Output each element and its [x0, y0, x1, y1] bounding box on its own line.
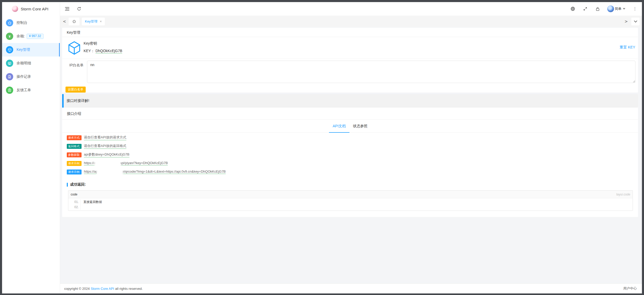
doc-row-url[interactable]: https://appi/qrcode/?img=1&dt=L&text=htt… [84, 169, 226, 174]
line-content [81, 205, 83, 210]
whitelist-form-row: IP白名单 nn [62, 59, 638, 83]
doc-row: 请求示例: https://appi/qrcode/?img=1&dt=L&te… [67, 169, 633, 174]
tab-api-doc[interactable]: API文档 [329, 120, 349, 132]
home-tab-button[interactable] [69, 18, 79, 25]
navbar-right: 简单 ⋮ [570, 5, 638, 12]
doc-row: 请求示例: https://aapi/yiyan/?key=DhQOkKcEjG… [67, 161, 633, 166]
cube-icon [67, 41, 81, 55]
user-menu[interactable]: 简单 [607, 5, 625, 12]
close-icon[interactable]: × [100, 19, 102, 23]
sidebar-item-balance-detail[interactable]: 余额明细 [2, 57, 60, 70]
chevron-down-icon [634, 19, 637, 23]
copyright-prefix: copyright © 2024 [64, 287, 90, 291]
set-whitelist-button[interactable]: 设置白名单 [65, 87, 86, 93]
doc-row-url[interactable]: https://aapi/yiyan/?key=DhQOkKcEjG7B [84, 161, 168, 166]
page-tabbar: < Key管理 × > [60, 16, 642, 27]
key-value[interactable]: DhQOkKcEjG7B [96, 49, 122, 53]
request-example-badge: 请求示例: [67, 170, 82, 174]
code-block-body: 01. 直接返回数据 02. [68, 198, 633, 210]
url-suffix: api/yiyan/?key=DhQOkKcEjG7B [120, 161, 168, 165]
code-line: 01. 直接返回数据 [68, 199, 633, 205]
sidebar-item-balance[interactable]: ¥ 余额: ¥ 997.32 [2, 30, 60, 43]
app-window: Storm Core API 控制台 ¥ 余额: ¥ 997.32 Key管理 [2, 2, 642, 293]
footer: copyright © 2024 Storm Core API all righ… [60, 283, 642, 293]
main-content: Key管理 Key密钥 KEY： DhQOkKcEjG7B 重置 KEY IP白… [60, 27, 642, 283]
censored-blur [98, 169, 122, 174]
navbar-left [64, 6, 82, 12]
url-suffix: pi/qrcode/?img=1&dt=L&text=https://api.0… [122, 170, 226, 174]
fullscreen-icon[interactable] [582, 6, 588, 12]
key-management-panel: Key管理 Key密钥 KEY： DhQOkKcEjG7B 重置 KEY IP白… [62, 28, 638, 93]
success-return-title: 成功返回: [62, 182, 638, 187]
request-method-badge: 请求方式: [67, 135, 82, 140]
tabs-scroll-left-button[interactable]: < [62, 19, 67, 24]
lock-icon[interactable] [595, 6, 601, 12]
collapse-sidebar-icon[interactable] [64, 6, 70, 12]
section-title: 接口介绍 [62, 108, 638, 120]
sidebar-item-label: 余额明细 [17, 61, 31, 66]
card-icon [6, 60, 13, 67]
tab-actions-dropdown-button[interactable] [631, 18, 640, 25]
tab-status-reference[interactable]: 状态参照 [349, 120, 371, 132]
tab-key-management[interactable]: Key管理 × [82, 18, 105, 25]
user-avatar [607, 5, 614, 12]
user-name: 简单 [615, 6, 621, 11]
sidebar-item-label: 控制台 [17, 20, 27, 25]
api-docs-panel: 接口对接详解! 接口介绍 API文档 状态参照 请求方式: 请自行查看API放的… [62, 94, 638, 217]
sidebar-item-label: 反馈工单 [17, 88, 31, 93]
doc-row: 请求方式: 请自行查看API放的请求方式 [67, 135, 633, 140]
doc-row: 参数获取: api参数&key=DhQOkKcEjG7B [67, 152, 633, 157]
top-navbar: 简单 ⋮ [60, 2, 642, 16]
sidebar-item-operation-log[interactable]: 操作记录 [2, 70, 60, 83]
globe-icon[interactable] [570, 6, 576, 12]
doc-content: 请求方式: 请自行查看API放的请求方式 返回格式: 请自行查看API放的返回格… [62, 133, 638, 174]
sidebar-item-label: 余额: [17, 34, 25, 39]
success-return-label: 成功返回: [70, 182, 86, 187]
sidebar-item-key-management[interactable]: Key管理 [2, 43, 60, 57]
key-card-title: Key密钥 [84, 41, 122, 46]
doc-row-text: 请自行查看API放的返回格式 [84, 144, 126, 149]
sidebar-item-console[interactable]: 控制台 [2, 16, 60, 30]
doc-row-text: 请自行查看API放的请求方式 [84, 135, 126, 140]
line-content: 直接返回数据 [81, 199, 102, 205]
more-options-icon[interactable]: ⋮ [632, 6, 638, 12]
accent-bar [67, 183, 68, 187]
file-icon [6, 73, 13, 80]
key-line: KEY： DhQOkKcEjG7B [84, 49, 122, 53]
whitelist-label: IP白名单 [62, 61, 87, 83]
chevron-down-icon [623, 8, 625, 10]
cube-icon [6, 46, 13, 53]
return-format-badge: 返回格式: [67, 144, 82, 149]
sidebar-menu: 控制台 ¥ 余额: ¥ 997.32 Key管理 余额明细 [2, 16, 60, 97]
app-title: Storm Core API [21, 7, 48, 11]
copyright-suffix: all rights reserved. [115, 287, 143, 291]
refresh-icon[interactable] [76, 6, 82, 12]
param-get-badge: 参数获取: [67, 152, 82, 157]
user-center-link[interactable]: 用户中心 [623, 286, 637, 291]
sidebar: Storm Core API 控制台 ¥ 余额: ¥ 997.32 Key管理 [2, 2, 60, 293]
sidebar-item-feedback-ticket[interactable]: 反馈工单 [2, 83, 60, 97]
logo-avatar [12, 6, 18, 12]
home-icon [72, 19, 76, 23]
whitelist-textarea[interactable]: nn [87, 61, 635, 83]
line-number: 02. [68, 205, 81, 210]
tab-label: Key管理 [85, 19, 97, 24]
sidebar-item-label: Key管理 [17, 47, 30, 52]
key-section: Key密钥 KEY： DhQOkKcEjG7B 重置 KEY [62, 37, 638, 59]
home-icon [6, 19, 13, 26]
key-label: KEY： [84, 49, 94, 53]
code-block-title: code [71, 193, 77, 196]
code-block: code layui.code 01. 直接返回数据 02. [68, 190, 633, 211]
line-number: 01. [68, 199, 81, 205]
censored-blur [96, 161, 120, 166]
sidebar-item-label: 操作记录 [17, 74, 31, 79]
yen-icon: ¥ [6, 33, 13, 40]
balance-badge: ¥ 997.32 [27, 34, 43, 39]
reset-key-link[interactable]: 重置 KEY [620, 45, 635, 50]
logo-row: Storm Core API [2, 2, 60, 16]
footer-brand-link[interactable]: Storm Core API [91, 287, 114, 291]
panel-title: Key管理 [62, 28, 638, 37]
code-block-header: code layui.code [68, 191, 633, 198]
tabs-scroll-right-button[interactable]: > [624, 19, 628, 24]
code-block-brand: layui.code [616, 193, 630, 196]
